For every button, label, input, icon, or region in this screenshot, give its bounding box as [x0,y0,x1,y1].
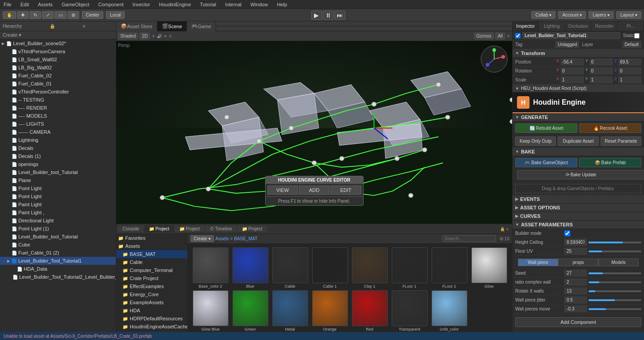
position-z[interactable] [619,59,641,65]
asset-item[interactable]: Unlit_color [430,290,468,332]
asset-item[interactable]: Green [231,290,269,332]
heu-component-section[interactable]: ▼ HEU_Houdini Asset Root (Script) [513,85,644,93]
menu-invector[interactable]: Invector [131,2,152,7]
tab-inspector[interactable]: Inspector [513,21,539,31]
wall-jitter-input[interactable] [564,297,587,303]
center-button[interactable]: Center [82,11,103,19]
bottom-pin[interactable]: 🔒 ≡ [498,227,510,231]
asset-item[interactable]: Cable [271,247,309,289]
project-sidebar-item[interactable]: 📁Crate Project [116,274,187,282]
asset-params-section[interactable]: ▼ ASSET PARAMETERS [513,221,644,229]
project-sidebar-item[interactable]: 📁Computer_Terminal [116,266,187,274]
move-tool[interactable]: ✚ [17,11,29,19]
multi-tool[interactable]: ⊞ [68,11,79,19]
floor-uv-input[interactable] [564,248,587,255]
hierarchy-item[interactable]: 📄-- TESTING [0,96,116,104]
hierarchy-item[interactable]: 📄Fuel_Cable_02 [0,72,116,80]
asset-item[interactable]: Clay 1 [351,247,389,289]
menu-tutorial[interactable]: Tutorial [198,2,218,7]
hierarchy-item[interactable]: 📄Point Light [0,184,116,192]
hierarchy-menu[interactable]: ≡ [83,24,85,29]
hierarchy-item[interactable]: 📄Paint Light , [0,208,116,217]
step-button[interactable]: ⏭ [335,11,345,20]
height-ceiling-input[interactable] [564,239,587,246]
rebuild-asset-btn[interactable]: 🔄 Rebuild Asset [515,123,577,133]
rotation-x[interactable] [561,68,584,74]
project-sidebar-item[interactable]: 📁ExampleAssets [116,298,187,306]
gizmos-dropdown[interactable]: Gizmos [474,33,494,39]
scene-3d-view[interactable]: Persp x y [116,41,512,224]
asset-item[interactable]: Base_color 2 [191,247,229,289]
rotate-x-slider[interactable] [589,290,641,292]
scale-tool[interactable]: ⤢ [42,11,54,19]
asset-item[interactable]: Orange [311,290,349,332]
all-dropdown[interactable]: All [496,33,505,39]
tab-pr[interactable]: Pr... [618,21,644,31]
rotate-x-input[interactable] [564,288,587,294]
menu-edit[interactable]: Edit [19,2,31,7]
project-sidebar-item[interactable]: 📁EffectExamples [116,282,187,290]
tag-value[interactable]: Untagged [555,41,579,48]
ratio-complex-slider[interactable] [589,281,641,283]
hierarchy-item[interactable]: 📄Decals (1) [0,152,116,160]
bake-prefab-btn[interactable]: 📦 Bake Prefab [579,158,641,167]
rect-tool[interactable]: ▭ [55,11,67,19]
asset-item[interactable]: Glow [470,247,508,289]
project-sidebar-item[interactable]: 📁HoudiniEngineAssetCache [116,323,187,331]
layout-button[interactable]: Layout ▾ [616,11,641,19]
tab-recorder[interactable]: Recorder [591,21,618,31]
project-sidebar-item[interactable]: 📁Favorites [116,234,187,242]
hierarchy-item[interactable]: 📄Fuel_Cable_01 (2) [0,249,116,257]
ratio-complex-input[interactable] [564,279,587,285]
hierarchy-item[interactable]: 📄Paint Light [0,200,116,208]
transform-section[interactable]: ▼ Transform [513,49,644,58]
hierarchy-item[interactable]: 📄------ CAMERA [0,128,116,136]
menu-file[interactable]: File [2,2,13,7]
props-tab[interactable]: props [558,259,598,266]
reset-params-btn[interactable]: Reset Paramete [601,136,641,146]
position-y[interactable] [590,59,613,65]
audio-icon[interactable]: 🔊 [157,34,162,38]
object-active-checkbox[interactable] [515,33,521,38]
grid-icon[interactable]: ⊞ 16 [500,236,509,241]
tab-scene[interactable]: 🎬 Scene [157,21,187,31]
tab-lighting[interactable]: Lighting [539,21,565,31]
tab-project-2[interactable]: 📁 Project [175,225,204,232]
menu-window[interactable]: Window [249,2,270,7]
hierarchy-item[interactable]: 📄Level_Builder_tool_Tutorial [0,233,116,241]
curve-edit-btn[interactable]: EDIT [330,186,361,195]
tab-timeline[interactable]: ⏱ Timeline [205,225,237,232]
layer-value[interactable]: Default [622,41,641,48]
bake-section[interactable]: ▼ BAKE [513,148,644,156]
seed-slider[interactable] [589,272,641,274]
hierarchy-item[interactable]: 📄---- RENDER [0,104,116,112]
asset-item[interactable]: Blue [231,247,269,289]
hierarchy-item[interactable]: 📄Fuel_Cable_01 [0,80,116,88]
hierarchy-item[interactable]: ▶🟦Level_Builder_Tool_Tutorial1 [0,257,116,265]
effects-icon[interactable]: ✦ [164,34,167,38]
rotation-z[interactable] [619,68,641,74]
hierarchy-item[interactable]: 📄Decals [0,144,116,152]
hierarchy-item[interactable]: 📄Point Light (1) [0,225,116,233]
add-component-btn[interactable]: Add Component [515,317,641,327]
layers-button[interactable]: Layers ▾ [589,11,614,19]
position-x[interactable] [561,59,584,65]
hierarchy-pin[interactable]: 🔒 [50,24,55,29]
hierarchy-item[interactable]: 📄Directional Light [0,217,116,225]
hand-tool[interactable]: ✋ [3,11,16,19]
account-button[interactable]: Account ▾ [558,11,586,19]
wall-jitter-slider[interactable] [589,299,641,301]
hierarchy-item[interactable]: 📄Lightning [0,136,116,144]
menu-houdiniengine[interactable]: HoudiniEngine [157,2,193,7]
tab-game[interactable]: 🎮 Game [187,21,216,31]
asset-item[interactable]: Cable 1 [311,247,349,289]
project-sidebar-item[interactable]: 📁Assets [116,242,187,250]
duplicate-asset-btn[interactable]: Duplicate Asset [558,136,598,146]
project-sidebar-item[interactable]: 📁HDRPDefaultResources [116,314,187,323]
menu-internal[interactable]: Internal [223,2,243,7]
keep-output-btn[interactable]: Keep Only Outp [515,136,556,146]
asset-options-section[interactable]: ▶ ASSET OPTIONS [513,204,644,212]
curve-add-btn[interactable]: ADD [299,186,330,195]
asset-item[interactable]: FLoor 1 [390,247,428,289]
hierarchy-item[interactable]: ▶📄Level_Builder_scene02* [0,39,116,47]
